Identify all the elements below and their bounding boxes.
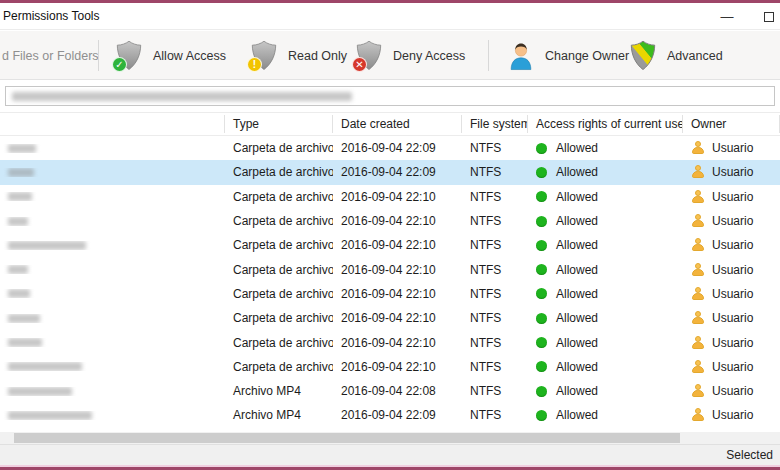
column-header-file-system[interactable]: File system	[462, 115, 528, 133]
deny-badge-icon: ✕	[352, 57, 367, 72]
status-bar: Selected	[0, 444, 780, 465]
table-row[interactable]: Carpeta de archivos 2016-09-04 22:10 NTF…	[0, 282, 780, 306]
owner-user-icon	[691, 263, 705, 277]
owner-value: Usuario	[712, 360, 753, 374]
allowed-status-icon	[536, 167, 547, 178]
table-row[interactable]: Carpeta de archivos 2016-09-04 22:10 NTF…	[0, 185, 780, 209]
deny-access-label: Deny Access	[393, 49, 465, 63]
redacted-file-name	[8, 362, 82, 371]
table-row[interactable]: Carpeta de archivos 2016-09-04 22:09 NTF…	[0, 160, 780, 184]
allowed-status-icon	[536, 240, 547, 251]
access-rights-value: Allowed	[556, 408, 598, 422]
table-row[interactable]: Carpeta de archivos 2016-09-04 22:10 NTF…	[0, 355, 780, 379]
file-name-cell	[0, 314, 225, 323]
access-rights-cell: Allowed	[528, 238, 683, 252]
file-system-cell: NTFS	[462, 165, 528, 179]
table-row[interactable]: Carpeta de archivos 2016-09-04 22:10 NTF…	[0, 233, 780, 257]
owner-value: Usuario	[712, 263, 753, 277]
change-owner-label: Change Owner	[545, 49, 629, 63]
file-system-cell: NTFS	[462, 408, 528, 422]
file-name-cell	[0, 217, 225, 226]
table-row[interactable]: Carpeta de archivos 2016-09-04 22:09 NTF…	[0, 136, 780, 160]
access-rights-value: Allowed	[556, 311, 598, 325]
file-name-cell	[0, 241, 225, 250]
file-name-cell	[0, 338, 225, 347]
advanced-label: Advanced	[667, 49, 723, 63]
read-only-button[interactable]: ! Read Only	[249, 31, 347, 80]
toolbar-separator	[98, 40, 99, 71]
maximize-button[interactable]	[748, 3, 780, 30]
owner-cell: Usuario	[683, 214, 780, 228]
access-rights-cell: Allowed	[528, 336, 683, 350]
file-system-cell: NTFS	[462, 360, 528, 374]
owner-user-icon	[691, 165, 705, 179]
access-rights-value: Allowed	[556, 263, 598, 277]
redacted-file-name	[8, 314, 40, 323]
date-created-cell: 2016-09-04 22:10	[333, 190, 462, 204]
status-selected-label: Selected	[726, 448, 773, 462]
allowed-status-icon	[536, 361, 547, 372]
file-name-cell	[0, 387, 225, 396]
table-row[interactable]: Archivo MP4 2016-09-04 22:08 NTFS Allowe…	[0, 379, 780, 403]
redacted-file-name	[8, 217, 28, 226]
file-name-cell	[0, 144, 225, 153]
column-header-type[interactable]: Type	[225, 115, 333, 133]
change-owner-button[interactable]: Change Owner	[506, 31, 629, 80]
column-header-name[interactable]	[0, 115, 225, 133]
owner-value: Usuario	[712, 384, 753, 398]
file-name-cell	[0, 168, 225, 177]
add-files-button[interactable]: d Files or Folders	[2, 31, 99, 80]
redacted-path-text	[12, 92, 352, 101]
owner-value: Usuario	[712, 141, 753, 155]
column-header-date-created[interactable]: Date created	[333, 115, 462, 133]
owner-cell: Usuario	[683, 238, 780, 252]
column-header-owner[interactable]: Owner	[683, 115, 780, 133]
horizontal-scrollbar[interactable]	[0, 432, 780, 444]
file-system-cell: NTFS	[462, 311, 528, 325]
date-created-cell: 2016-09-04 22:09	[333, 141, 462, 155]
allow-access-button[interactable]: ✓ Allow Access	[114, 31, 226, 80]
column-header-access-rights[interactable]: Access rights of current user	[528, 115, 683, 133]
access-rights-value: Allowed	[556, 190, 598, 204]
warning-badge-icon: !	[247, 57, 262, 72]
advanced-button[interactable]: Advanced	[628, 31, 723, 80]
horizontal-scrollbar-thumb[interactable]	[14, 433, 680, 443]
read-only-label: Read Only	[288, 49, 347, 63]
owner-cell: Usuario	[683, 190, 780, 204]
table-row[interactable]: Carpeta de archivos 2016-09-04 22:10 NTF…	[0, 257, 780, 281]
owner-user-icon	[691, 336, 705, 350]
files-table: Type Date created File system Access rig…	[0, 112, 780, 432]
allowed-status-icon	[536, 143, 547, 154]
owner-value: Usuario	[712, 287, 753, 301]
allowed-status-icon	[536, 386, 547, 397]
table-row[interactable]: Carpeta de archivos 2016-09-04 22:10 NTF…	[0, 306, 780, 330]
file-name-cell	[0, 192, 225, 201]
redacted-file-name	[8, 411, 92, 420]
file-type-cell: Carpeta de archivos	[225, 165, 333, 179]
deny-access-button[interactable]: ✕ Deny Access	[354, 31, 465, 80]
access-rights-value: Allowed	[556, 336, 598, 350]
access-rights-value: Allowed	[556, 141, 598, 155]
minimize-button[interactable]: —	[706, 3, 748, 30]
allowed-status-icon	[536, 313, 547, 324]
file-system-cell: NTFS	[462, 384, 528, 398]
table-row[interactable]: Carpeta de archivos 2016-09-04 22:10 NTF…	[0, 330, 780, 354]
owner-value: Usuario	[712, 311, 753, 325]
access-rights-value: Allowed	[556, 287, 598, 301]
allowed-status-icon	[536, 216, 547, 227]
table-row[interactable]: Archivo MP4 2016-09-04 22:09 NTFS Allowe…	[0, 403, 780, 427]
owner-user-icon	[691, 214, 705, 228]
owner-cell: Usuario	[683, 408, 780, 422]
allowed-status-icon	[536, 264, 547, 275]
allowed-status-icon	[536, 337, 547, 348]
redacted-file-name	[8, 168, 34, 177]
path-input[interactable]	[5, 86, 775, 106]
shield-readonly-icon: !	[249, 40, 279, 72]
owner-user-icon	[691, 238, 705, 252]
owner-value: Usuario	[712, 408, 753, 422]
file-type-cell: Carpeta de archivos	[225, 360, 333, 374]
table-header: Type Date created File system Access rig…	[0, 112, 780, 136]
table-row[interactable]: Carpeta de archivos 2016-09-04 22:10 NTF…	[0, 209, 780, 233]
date-created-cell: 2016-09-04 22:10	[333, 214, 462, 228]
file-type-cell: Carpeta de archivos	[225, 238, 333, 252]
